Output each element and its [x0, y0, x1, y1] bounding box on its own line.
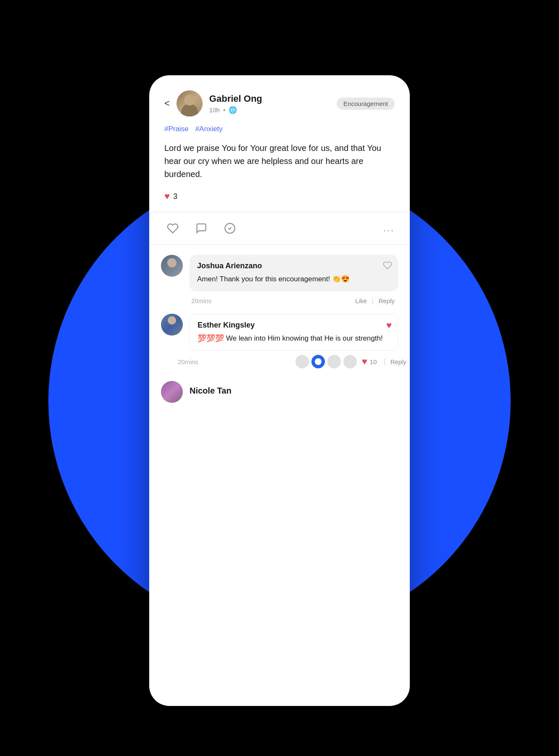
esther-section: Esther Kingsley 💯💯💯 We lean into Him kno…: [149, 310, 410, 351]
globe-icon: 🌐: [229, 106, 237, 114]
divider-esther: |: [382, 358, 387, 365]
reaction-bubbles: [295, 355, 357, 368]
comment-text-joshua: Amen! Thank you for this encouragement! …: [197, 274, 390, 285]
comment-author-esther: Esther Kingsley: [198, 321, 390, 330]
comment-bubble-esther: Esther Kingsley 💯💯💯 We lean into Him kno…: [190, 314, 398, 351]
avatar: [177, 90, 203, 116]
reaction-bubble-2: [311, 355, 325, 368]
reply-button-esther[interactable]: Reply: [387, 357, 410, 367]
comment-thread-esther: Esther Kingsley 💯💯💯 We lean into Him kno…: [149, 310, 410, 373]
reaction-bubble-4: [343, 355, 357, 368]
action-bar: ...: [149, 212, 410, 245]
dot-separator: •: [223, 106, 225, 114]
like-count: 3: [173, 192, 177, 201]
like-button-joshua[interactable]: Like: [352, 296, 370, 306]
comment-actions-esther: 20mins ♥ 10 | Reply: [149, 351, 410, 373]
verify-action-button[interactable]: [221, 220, 238, 237]
hashtag-praise[interactable]: #Praise: [164, 125, 189, 133]
comment-action-btns-joshua: Like | Reply: [352, 296, 398, 306]
comment-item-joshua: Joshua Arienzano Amen! Thank you for thi…: [149, 245, 410, 291]
heart-filled-esther-icon: ♥: [386, 320, 392, 330]
reaction-bubble-1: [295, 355, 309, 368]
post-username: Gabriel Ong: [209, 93, 330, 104]
comment-heart-button-joshua[interactable]: [383, 261, 392, 272]
comment-thread-joshua: Joshua Arienzano Amen! Thank you for thi…: [149, 245, 410, 310]
post-header: < Gabriel Ong 10h • 🌐 Encouragement: [164, 90, 395, 116]
avatar-joshua: [161, 255, 183, 277]
comment-item-esther: Esther Kingsley 💯💯💯 We lean into Him kno…: [161, 310, 398, 351]
comment-icon: [195, 222, 207, 234]
avatar-esther: [161, 314, 183, 336]
comment-bubble-joshua: Joshua Arienzano Amen! Thank you for thi…: [190, 255, 398, 291]
comments-section: Joshua Arienzano Amen! Thank you for thi…: [149, 245, 410, 403]
back-button[interactable]: <: [164, 98, 170, 109]
heart-count-number: 10: [370, 358, 377, 365]
comment-item-nicole: Nicole Tan: [149, 373, 410, 403]
hashtags: #Praise #Anxiety: [164, 125, 395, 133]
heart-filled-icon[interactable]: ♥: [164, 191, 170, 202]
comment-author-joshua: Joshua Arienzano: [197, 262, 390, 270]
comment-time-joshua: 20mins: [191, 297, 352, 304]
hashtag-anxiety[interactable]: #Anxiety: [195, 125, 223, 133]
post-meta: 10h • 🌐: [209, 106, 330, 114]
post-time: 10h: [209, 106, 220, 114]
avatar-nicole: [161, 381, 183, 403]
post-likes: ♥ 3: [164, 191, 395, 202]
comment-author-nicole: Nicole Tan: [190, 381, 232, 396]
divider: |: [370, 297, 375, 304]
more-options-button[interactable]: ...: [383, 223, 395, 234]
comment-time-esther: 20mins: [178, 358, 295, 365]
comment-heart-button-esther[interactable]: ♥: [386, 320, 392, 331]
comment-text-esther: 💯💯💯 We lean into Him knowing that He is …: [198, 333, 390, 344]
heart-count-esther: ♥ 10: [362, 356, 377, 367]
post-content: Lord we praise You for Your great love f…: [164, 142, 395, 181]
reaction-bubble-3: [327, 355, 341, 368]
reply-button-joshua[interactable]: Reply: [375, 296, 398, 306]
comment-actions-joshua: 20mins Like | Reply: [149, 291, 410, 310]
phone-frame: < Gabriel Ong 10h • 🌐 Encouragement #Pra…: [149, 75, 410, 706]
comment-action-button[interactable]: [193, 220, 210, 237]
heart-filled-count-icon: ♥: [362, 356, 367, 367]
heart-outline-icon: [167, 222, 179, 234]
heart-outline-small-icon: [383, 261, 392, 270]
post-section: < Gabriel Ong 10h • 🌐 Encouragement #Pra…: [149, 75, 410, 212]
encouragement-badge: Encouragement: [337, 98, 395, 110]
badge-icon: [224, 222, 236, 234]
post-user-info: Gabriel Ong 10h • 🌐: [209, 93, 330, 114]
like-action-button[interactable]: [164, 220, 181, 237]
